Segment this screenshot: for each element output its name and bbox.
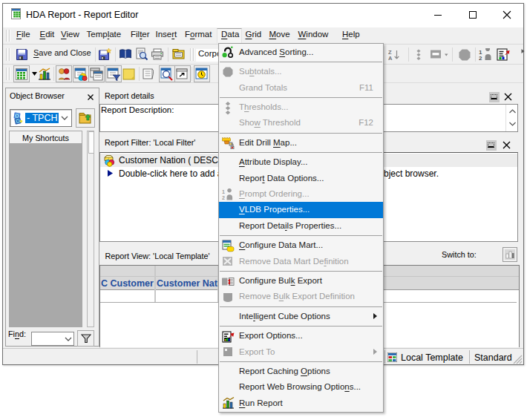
svg-text:2: 2 (222, 195, 225, 200)
svg-text:2: 2 (479, 55, 482, 61)
svg-text:1: 1 (222, 189, 225, 194)
svg-text:A: A (388, 55, 393, 61)
